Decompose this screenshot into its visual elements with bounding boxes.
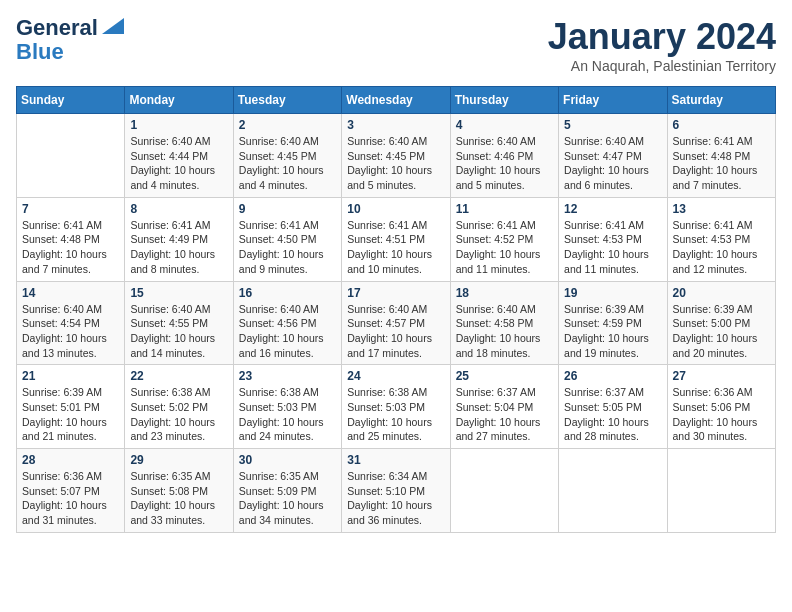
day-info: Sunrise: 6:41 AMSunset: 4:49 PMDaylight:… <box>130 218 227 277</box>
calendar-cell: 12Sunrise: 6:41 AMSunset: 4:53 PMDayligh… <box>559 197 667 281</box>
calendar-cell <box>559 449 667 533</box>
day-number: 13 <box>673 202 770 216</box>
calendar-cell: 19Sunrise: 6:39 AMSunset: 4:59 PMDayligh… <box>559 281 667 365</box>
day-number: 12 <box>564 202 661 216</box>
day-number: 23 <box>239 369 336 383</box>
calendar-cell: 26Sunrise: 6:37 AMSunset: 5:05 PMDayligh… <box>559 365 667 449</box>
weekday-header-thursday: Thursday <box>450 87 558 114</box>
day-info: Sunrise: 6:40 AMSunset: 4:44 PMDaylight:… <box>130 134 227 193</box>
day-info: Sunrise: 6:35 AMSunset: 5:08 PMDaylight:… <box>130 469 227 528</box>
day-info: Sunrise: 6:38 AMSunset: 5:03 PMDaylight:… <box>239 385 336 444</box>
calendar-cell: 14Sunrise: 6:40 AMSunset: 4:54 PMDayligh… <box>17 281 125 365</box>
day-number: 8 <box>130 202 227 216</box>
calendar-cell: 1Sunrise: 6:40 AMSunset: 4:44 PMDaylight… <box>125 114 233 198</box>
calendar-cell <box>17 114 125 198</box>
day-info: Sunrise: 6:37 AMSunset: 5:05 PMDaylight:… <box>564 385 661 444</box>
weekday-header-friday: Friday <box>559 87 667 114</box>
day-number: 4 <box>456 118 553 132</box>
day-info: Sunrise: 6:40 AMSunset: 4:46 PMDaylight:… <box>456 134 553 193</box>
calendar-cell: 29Sunrise: 6:35 AMSunset: 5:08 PMDayligh… <box>125 449 233 533</box>
day-number: 25 <box>456 369 553 383</box>
calendar-cell: 6Sunrise: 6:41 AMSunset: 4:48 PMDaylight… <box>667 114 775 198</box>
calendar-cell: 21Sunrise: 6:39 AMSunset: 5:01 PMDayligh… <box>17 365 125 449</box>
calendar-cell: 10Sunrise: 6:41 AMSunset: 4:51 PMDayligh… <box>342 197 450 281</box>
logo: General Blue <box>16 16 124 64</box>
calendar-cell: 22Sunrise: 6:38 AMSunset: 5:02 PMDayligh… <box>125 365 233 449</box>
calendar-cell: 9Sunrise: 6:41 AMSunset: 4:50 PMDaylight… <box>233 197 341 281</box>
month-title: January 2024 <box>548 16 776 58</box>
day-number: 18 <box>456 286 553 300</box>
calendar-cell: 4Sunrise: 6:40 AMSunset: 4:46 PMDaylight… <box>450 114 558 198</box>
calendar-cell: 3Sunrise: 6:40 AMSunset: 4:45 PMDaylight… <box>342 114 450 198</box>
day-number: 26 <box>564 369 661 383</box>
calendar-cell: 13Sunrise: 6:41 AMSunset: 4:53 PMDayligh… <box>667 197 775 281</box>
day-number: 5 <box>564 118 661 132</box>
day-info: Sunrise: 6:39 AMSunset: 5:01 PMDaylight:… <box>22 385 119 444</box>
svg-marker-0 <box>102 18 124 34</box>
calendar-subtitle: An Naqurah, Palestinian Territory <box>548 58 776 74</box>
day-info: Sunrise: 6:41 AMSunset: 4:53 PMDaylight:… <box>564 218 661 277</box>
day-info: Sunrise: 6:35 AMSunset: 5:09 PMDaylight:… <box>239 469 336 528</box>
day-info: Sunrise: 6:40 AMSunset: 4:45 PMDaylight:… <box>239 134 336 193</box>
day-info: Sunrise: 6:39 AMSunset: 4:59 PMDaylight:… <box>564 302 661 361</box>
day-number: 11 <box>456 202 553 216</box>
header: General Blue January 2024 An Naqurah, Pa… <box>16 16 776 74</box>
calendar-week-row: 1Sunrise: 6:40 AMSunset: 4:44 PMDaylight… <box>17 114 776 198</box>
day-info: Sunrise: 6:40 AMSunset: 4:45 PMDaylight:… <box>347 134 444 193</box>
day-number: 14 <box>22 286 119 300</box>
calendar-cell: 8Sunrise: 6:41 AMSunset: 4:49 PMDaylight… <box>125 197 233 281</box>
day-info: Sunrise: 6:40 AMSunset: 4:58 PMDaylight:… <box>456 302 553 361</box>
day-info: Sunrise: 6:40 AMSunset: 4:54 PMDaylight:… <box>22 302 119 361</box>
title-block: January 2024 An Naqurah, Palestinian Ter… <box>548 16 776 74</box>
day-number: 22 <box>130 369 227 383</box>
day-info: Sunrise: 6:40 AMSunset: 4:56 PMDaylight:… <box>239 302 336 361</box>
day-info: Sunrise: 6:40 AMSunset: 4:55 PMDaylight:… <box>130 302 227 361</box>
day-info: Sunrise: 6:36 AMSunset: 5:07 PMDaylight:… <box>22 469 119 528</box>
day-info: Sunrise: 6:41 AMSunset: 4:52 PMDaylight:… <box>456 218 553 277</box>
day-info: Sunrise: 6:41 AMSunset: 4:50 PMDaylight:… <box>239 218 336 277</box>
day-info: Sunrise: 6:38 AMSunset: 5:02 PMDaylight:… <box>130 385 227 444</box>
day-info: Sunrise: 6:37 AMSunset: 5:04 PMDaylight:… <box>456 385 553 444</box>
day-info: Sunrise: 6:34 AMSunset: 5:10 PMDaylight:… <box>347 469 444 528</box>
day-number: 6 <box>673 118 770 132</box>
weekday-header-sunday: Sunday <box>17 87 125 114</box>
day-info: Sunrise: 6:36 AMSunset: 5:06 PMDaylight:… <box>673 385 770 444</box>
day-number: 17 <box>347 286 444 300</box>
day-number: 30 <box>239 453 336 467</box>
calendar-cell: 18Sunrise: 6:40 AMSunset: 4:58 PMDayligh… <box>450 281 558 365</box>
calendar-cell: 31Sunrise: 6:34 AMSunset: 5:10 PMDayligh… <box>342 449 450 533</box>
calendar-table: SundayMondayTuesdayWednesdayThursdayFrid… <box>16 86 776 533</box>
day-info: Sunrise: 6:41 AMSunset: 4:53 PMDaylight:… <box>673 218 770 277</box>
weekday-header-row: SundayMondayTuesdayWednesdayThursdayFrid… <box>17 87 776 114</box>
day-number: 19 <box>564 286 661 300</box>
day-info: Sunrise: 6:40 AMSunset: 4:47 PMDaylight:… <box>564 134 661 193</box>
day-number: 3 <box>347 118 444 132</box>
weekday-header-wednesday: Wednesday <box>342 87 450 114</box>
calendar-cell: 16Sunrise: 6:40 AMSunset: 4:56 PMDayligh… <box>233 281 341 365</box>
calendar-cell: 7Sunrise: 6:41 AMSunset: 4:48 PMDaylight… <box>17 197 125 281</box>
day-info: Sunrise: 6:41 AMSunset: 4:48 PMDaylight:… <box>673 134 770 193</box>
day-number: 21 <box>22 369 119 383</box>
calendar-week-row: 28Sunrise: 6:36 AMSunset: 5:07 PMDayligh… <box>17 449 776 533</box>
day-number: 24 <box>347 369 444 383</box>
calendar-cell: 17Sunrise: 6:40 AMSunset: 4:57 PMDayligh… <box>342 281 450 365</box>
weekday-header-tuesday: Tuesday <box>233 87 341 114</box>
calendar-cell: 25Sunrise: 6:37 AMSunset: 5:04 PMDayligh… <box>450 365 558 449</box>
calendar-cell: 24Sunrise: 6:38 AMSunset: 5:03 PMDayligh… <box>342 365 450 449</box>
day-number: 28 <box>22 453 119 467</box>
calendar-cell: 23Sunrise: 6:38 AMSunset: 5:03 PMDayligh… <box>233 365 341 449</box>
calendar-cell: 2Sunrise: 6:40 AMSunset: 4:45 PMDaylight… <box>233 114 341 198</box>
day-number: 7 <box>22 202 119 216</box>
calendar-cell: 15Sunrise: 6:40 AMSunset: 4:55 PMDayligh… <box>125 281 233 365</box>
day-number: 9 <box>239 202 336 216</box>
calendar-cell <box>450 449 558 533</box>
day-info: Sunrise: 6:41 AMSunset: 4:51 PMDaylight:… <box>347 218 444 277</box>
calendar-week-row: 7Sunrise: 6:41 AMSunset: 4:48 PMDaylight… <box>17 197 776 281</box>
calendar-cell: 20Sunrise: 6:39 AMSunset: 5:00 PMDayligh… <box>667 281 775 365</box>
day-number: 29 <box>130 453 227 467</box>
day-number: 15 <box>130 286 227 300</box>
day-number: 20 <box>673 286 770 300</box>
calendar-cell: 30Sunrise: 6:35 AMSunset: 5:09 PMDayligh… <box>233 449 341 533</box>
calendar-cell <box>667 449 775 533</box>
calendar-week-row: 21Sunrise: 6:39 AMSunset: 5:01 PMDayligh… <box>17 365 776 449</box>
